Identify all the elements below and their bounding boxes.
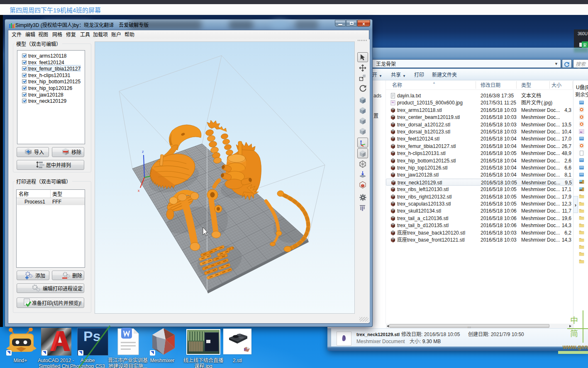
svg-text:z: z bbox=[142, 149, 144, 154]
svg-text:x: x bbox=[138, 188, 140, 193]
